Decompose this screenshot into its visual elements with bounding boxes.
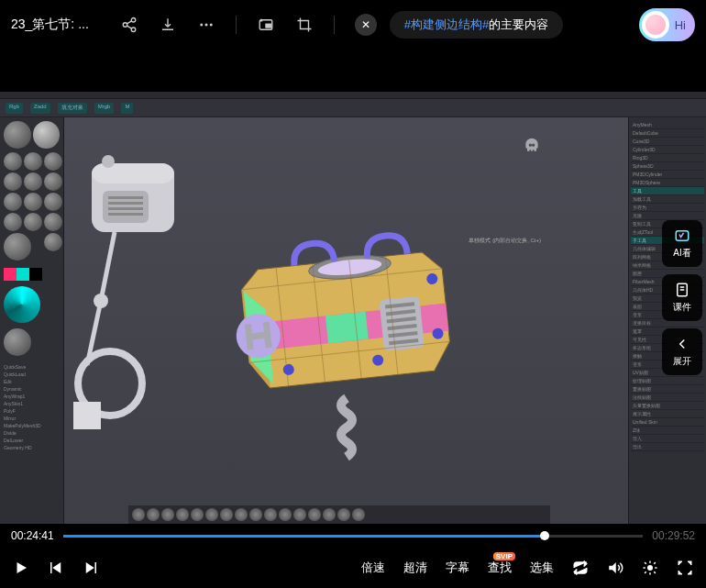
svg-rect-26	[325, 311, 368, 342]
svg-point-58	[648, 566, 653, 571]
settings-icon[interactable]	[642, 560, 658, 576]
quality-button[interactable]: 超清	[403, 560, 427, 576]
subtitle-button[interactable]: 字幕	[446, 560, 469, 576]
svg-rect-54	[50, 562, 52, 573]
svip-badge: SVIP	[493, 552, 515, 560]
svg-rect-22	[73, 402, 101, 429]
app-left-panel: QuickSaveQuickLoadEditDynamic AnyWrap1An…	[0, 117, 64, 524]
download-icon[interactable]	[159, 16, 177, 34]
ai-watch-button[interactable]: AI看	[662, 220, 702, 267]
find-button[interactable]: 查找 SVIP	[488, 560, 512, 576]
svg-point-2	[131, 28, 136, 32]
svg-point-12	[102, 155, 115, 168]
total-time: 00:29:52	[652, 529, 695, 542]
svg-rect-15	[108, 202, 143, 205]
svg-point-1	[123, 23, 127, 28]
svg-point-5	[200, 24, 203, 27]
hashtag-text: #构建侧边结构#	[404, 17, 489, 33]
play-icon[interactable]	[13, 560, 29, 576]
topic-chip[interactable]: #构建侧边结构# 的主要内容	[390, 11, 563, 39]
fullscreen-icon[interactable]	[677, 560, 693, 576]
svg-line-4	[127, 26, 131, 28]
svg-marker-57	[609, 562, 616, 573]
episodes-button[interactable]: 选集	[530, 560, 554, 576]
pip-icon[interactable]	[257, 16, 275, 34]
previous-icon[interactable]	[48, 560, 64, 576]
assistant-avatar-button[interactable]: Hi	[639, 8, 695, 41]
courseware-button[interactable]: 课件	[662, 274, 702, 321]
svg-marker-53	[52, 562, 61, 573]
video-title: 23_第七节: ...	[11, 17, 89, 33]
speed-button[interactable]: 倍速	[361, 560, 385, 576]
volume-icon[interactable]	[607, 560, 623, 576]
svg-point-7	[210, 24, 213, 27]
divider	[334, 16, 335, 34]
svg-rect-56	[95, 562, 97, 573]
current-time: 00:24:41	[11, 529, 54, 542]
close-icon[interactable]: ✕	[355, 14, 377, 36]
crop-icon[interactable]	[295, 16, 314, 34]
svg-point-0	[131, 18, 136, 23]
svg-rect-9	[266, 24, 270, 28]
expand-button[interactable]: 展开	[662, 328, 702, 375]
divider	[236, 16, 237, 34]
svg-marker-55	[86, 562, 94, 573]
svg-rect-16	[108, 207, 143, 210]
svg-rect-17	[108, 213, 143, 216]
hashtag-suffix: 的主要内容	[489, 17, 548, 33]
svg-rect-13	[103, 191, 149, 223]
video-content: Rgb Zadd 填充对象 Mrgb M	[0, 92, 706, 524]
loop-icon[interactable]	[572, 560, 589, 576]
next-icon[interactable]	[83, 560, 99, 576]
avatar	[642, 11, 669, 39]
more-icon[interactable]	[197, 16, 215, 34]
svg-marker-52	[17, 562, 28, 573]
progress-slider[interactable]	[63, 535, 644, 538]
svg-line-18	[101, 232, 115, 301]
app-viewport: 单独模式 (内部自动交换, Ct+)	[64, 117, 628, 524]
svg-rect-14	[108, 196, 143, 199]
share-icon[interactable]	[120, 16, 138, 34]
svg-point-6	[204, 24, 207, 27]
hi-label: Hi	[675, 18, 686, 32]
svg-line-3	[127, 21, 131, 24]
